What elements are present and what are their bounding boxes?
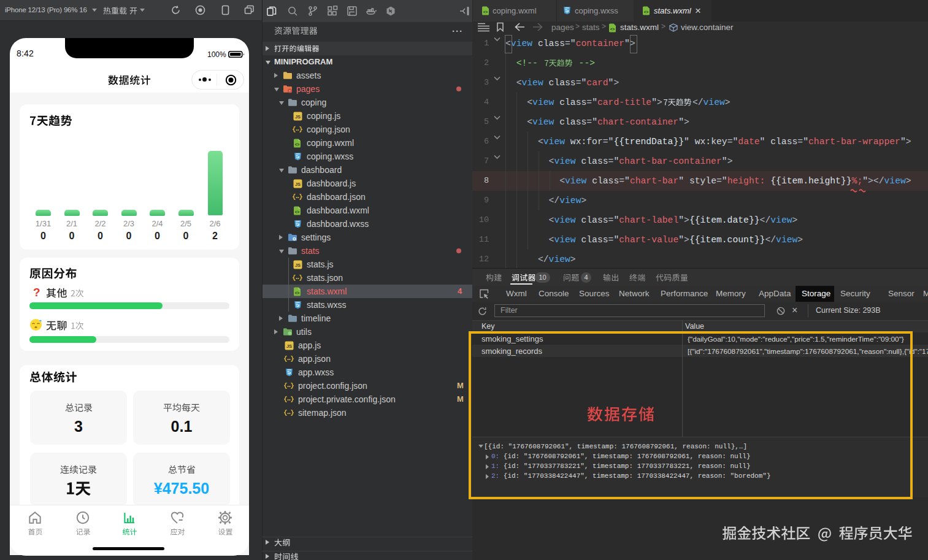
- svg-text:JS: JS: [295, 114, 301, 120]
- svg-text:<>: <>: [295, 290, 300, 294]
- svg-text:JS: JS: [295, 263, 301, 268]
- svg-text:JS: JS: [295, 182, 301, 187]
- svg-text:<>: <>: [610, 27, 615, 31]
- svg-text:<>: <>: [483, 10, 488, 14]
- svg-text:<>: <>: [644, 10, 649, 14]
- svg-text:<: <: [289, 90, 291, 93]
- svg-text:<>: <>: [295, 142, 300, 146]
- svg-text:JS: JS: [286, 343, 292, 349]
- svg-text:<>: <>: [295, 209, 300, 213]
